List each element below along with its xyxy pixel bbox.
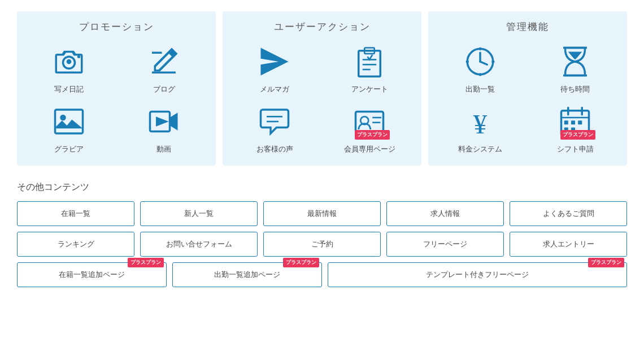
btn-reservation[interactable]: ご予約 <box>263 232 381 257</box>
category-admin-title: 管理機能 <box>435 20 620 33</box>
btn-free-page[interactable]: フリーページ <box>386 232 504 257</box>
btn-newface[interactable]: 新人一覧 <box>140 201 258 226</box>
btn-inquiry[interactable]: お問い合せフォーム <box>140 232 258 257</box>
svg-point-1 <box>77 55 80 58</box>
btn-ranking[interactable]: ランキング <box>17 232 134 257</box>
svg-rect-2 <box>55 110 83 133</box>
yen-icon: ¥ <box>464 106 496 137</box>
btn-latest-info[interactable]: 最新情報 <box>263 201 381 226</box>
category-user-action: ユーザーアクション メルマガ <box>223 11 421 166</box>
top-section: プロモーション 写メ日記 <box>17 11 627 166</box>
item-wait-time-label: 待ち時間 <box>560 84 590 94</box>
btn-roster[interactable]: 在籍一覧 <box>17 201 134 226</box>
category-promotion: プロモーション 写メ日記 <box>17 11 216 166</box>
camera-icon <box>53 46 85 77</box>
btn-faq[interactable]: よくあるご質問 <box>510 201 627 226</box>
item-mail-magazine-label: メルマガ <box>260 84 289 94</box>
item-video-label: 動画 <box>156 144 171 154</box>
item-survey[interactable]: アンケート <box>324 44 415 94</box>
item-video[interactable]: 動画 <box>119 103 209 154</box>
button-row-2: ランキング お問い合せフォーム ご予約 フリーページ 求人エントリー <box>17 232 627 257</box>
btn-roster-add[interactable]: プラスプラン 在籍一覧追加ページ <box>17 262 167 287</box>
svg-rect-31 <box>564 120 568 124</box>
svg-point-22 <box>466 60 469 63</box>
clipboard-icon <box>354 46 385 77</box>
member-page-plus-badge: プラスプラン <box>355 130 390 140</box>
item-attendance-list-label: 出勤一覧 <box>465 84 495 94</box>
item-customer-voice[interactable]: お客様の声 <box>229 103 320 154</box>
item-member-page[interactable]: プラスプラン 会員専用ページ <box>324 103 415 154</box>
svg-point-21 <box>478 73 481 76</box>
svg-point-23 <box>491 60 494 63</box>
btn-attendance-add[interactable]: プラスプラン 出勤一覧追加ページ <box>172 262 322 287</box>
roster-add-plus-badge: プラスプラン <box>128 258 164 267</box>
category-admin: 管理機能 出勤一覧 <box>428 11 627 166</box>
attendance-add-plus-badge: プラスプラン <box>283 258 319 267</box>
item-mail-magazine[interactable]: メルマガ <box>229 44 320 94</box>
svg-rect-13 <box>356 112 384 132</box>
btn-job-entry[interactable]: 求人エントリー <box>510 232 627 257</box>
hourglass-icon <box>559 46 591 77</box>
button-row-1: 在籍一覧 新人一覧 最新情報 求人情報 よくあるご質問 <box>17 201 627 226</box>
item-shift[interactable]: プラスプラン シフト申請 <box>530 103 620 154</box>
svg-line-19 <box>480 62 487 64</box>
paper-plane-icon <box>259 46 290 77</box>
item-survey-label: アンケート <box>351 84 388 94</box>
item-blog[interactable]: ブログ <box>119 44 209 94</box>
item-shift-label: シフト申請 <box>557 144 594 154</box>
template-free-plus-badge: プラスプラン <box>588 258 624 267</box>
chat-icon <box>259 106 290 137</box>
item-pricing[interactable]: ¥ 料金システム <box>435 103 525 154</box>
item-attendance-list[interactable]: 出勤一覧 <box>435 44 525 94</box>
item-photo-diary[interactable]: 写メ日記 <box>24 44 114 94</box>
item-gravure-label: グラビア <box>54 144 84 154</box>
item-member-page-label: 会員専用ページ <box>344 144 395 154</box>
item-gravure[interactable]: グラビア <box>24 103 114 154</box>
other-section: その他コンテンツ 在籍一覧 新人一覧 最新情報 求人情報 よくあるご質問 ランキ… <box>17 181 627 287</box>
svg-rect-33 <box>578 120 582 124</box>
svg-point-0 <box>67 59 72 64</box>
clock-icon <box>464 46 496 77</box>
button-row-3: プラスプラン 在籍一覧追加ページ プラスプラン 出勤一覧追加ページ プラスプラン… <box>17 262 627 287</box>
category-promotion-title: プロモーション <box>24 20 209 33</box>
btn-job-info[interactable]: 求人情報 <box>386 201 504 226</box>
svg-marker-5 <box>156 116 169 127</box>
svg-point-20 <box>478 47 481 50</box>
svg-rect-6 <box>359 51 381 77</box>
svg-text:¥: ¥ <box>473 109 488 137</box>
svg-point-3 <box>60 115 66 121</box>
svg-rect-32 <box>571 120 575 124</box>
category-user-action-title: ユーザーアクション <box>229 20 415 33</box>
item-blog-label: ブログ <box>153 84 175 94</box>
btn-template-free[interactable]: プラスプラン テンプレート付きフリーページ <box>328 262 627 287</box>
item-pricing-label: 料金システム <box>458 144 502 154</box>
shift-plus-badge: プラスプラン <box>560 130 595 140</box>
video-icon <box>148 106 180 137</box>
item-wait-time[interactable]: 待ち時間 <box>530 44 620 94</box>
other-section-title: その他コンテンツ <box>17 181 627 193</box>
image-icon <box>53 106 85 137</box>
item-customer-voice-label: お客様の声 <box>256 144 293 154</box>
item-photo-diary-label: 写メ日記 <box>54 84 84 94</box>
edit-icon <box>148 46 180 77</box>
